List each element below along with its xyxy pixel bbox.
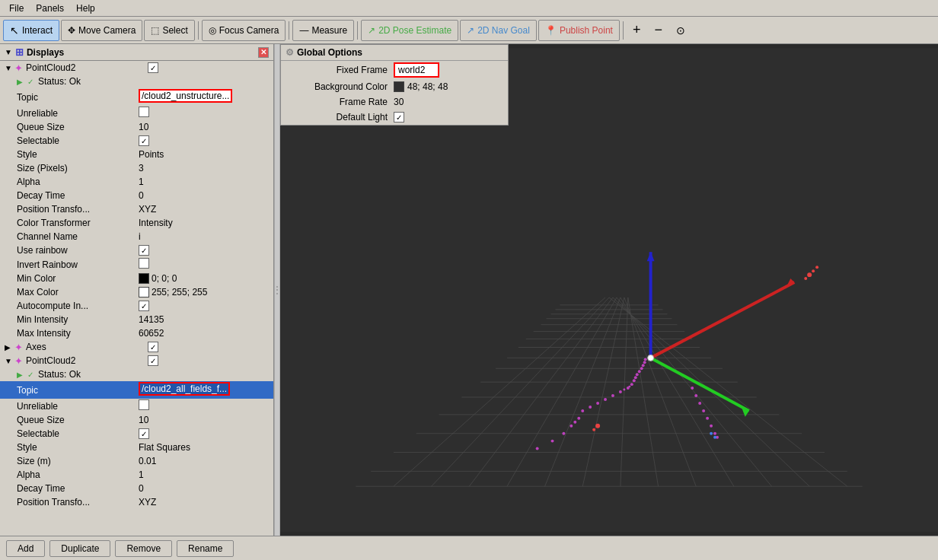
menu-file[interactable]: File xyxy=(3,2,30,15)
use-rainbow-checkbox[interactable] xyxy=(139,245,149,256)
status-arrow[interactable]: ▶ xyxy=(17,78,24,86)
add-button[interactable]: Add xyxy=(6,540,45,557)
min-color-swatch[interactable] xyxy=(139,273,149,284)
right-panel: ⚙ Global Options Fixed Frame world2 Back… xyxy=(280,44,938,536)
duplicate-button[interactable]: Duplicate xyxy=(49,540,110,557)
alpha-1-row: Alpha 1 xyxy=(0,175,273,189)
unreliable-1-label: Unreliable xyxy=(17,108,139,119)
autocompute-value xyxy=(139,301,272,312)
svg-point-55 xyxy=(644,358,647,361)
axes-checkbox[interactable] xyxy=(148,342,158,352)
panel-splitter[interactable] xyxy=(274,44,280,536)
autocompute-checkbox[interactable] xyxy=(139,301,149,311)
autocompute-row: Autocompute In... xyxy=(0,299,273,313)
sync-icon-button[interactable]: ⊙ xyxy=(670,20,691,41)
panel-close-button[interactable]: ✕ xyxy=(258,47,269,58)
queue-size-1-label: Queue Size xyxy=(17,122,139,132)
min-intensity-value: 14135 xyxy=(139,314,272,325)
alpha-2-label: Alpha xyxy=(17,469,139,480)
interact-icon: ↖ xyxy=(10,24,19,37)
pointcloud2-1-arrow[interactable]: ▼ xyxy=(5,64,12,72)
focus-camera-button[interactable]: ◎ Focus Camera xyxy=(202,20,286,41)
minus-icon-button[interactable]: − xyxy=(648,20,668,41)
size-m-value: 0.01 xyxy=(139,456,272,466)
decay-time-2-value: 0 xyxy=(139,483,272,494)
selectable-2-value xyxy=(139,428,272,440)
fixed-frame-input[interactable]: world2 xyxy=(394,62,439,78)
axes-row[interactable]: ▶ ✦ Axes xyxy=(0,340,273,354)
queue-size-1-value: 10 xyxy=(139,122,272,132)
position-transform-2-label: Position Transfo... xyxy=(17,497,139,508)
unreliable-1-checkbox[interactable] xyxy=(139,107,149,117)
pointcloud2-1-header[interactable]: ▼ ✦ PointCloud2 xyxy=(0,61,273,75)
pose-estimate-button[interactable]: ↗ 2D Pose Estimate xyxy=(361,20,458,41)
tree-view: ▼ ✦ PointCloud2 ▶ ✓ Status: Ok Topic /cl… xyxy=(0,61,273,536)
frame-rate-value: 30 xyxy=(394,97,404,107)
frame-rate-row: Frame Rate 30 xyxy=(281,94,508,110)
menubar: File Panels Help xyxy=(0,0,938,17)
default-light-checkbox[interactable] xyxy=(394,112,404,123)
selectable-1-checkbox[interactable] xyxy=(139,135,149,146)
background-color-label: Background Color xyxy=(289,81,388,92)
unreliable-2-checkbox[interactable] xyxy=(139,399,149,410)
decay-time-1-row: Decay Time 0 xyxy=(0,189,273,202)
status-ok-2-arrow[interactable]: ▶ xyxy=(17,371,24,379)
svg-point-44 xyxy=(623,389,625,391)
color-transformer-value: Intensity xyxy=(139,218,272,228)
svg-point-64 xyxy=(698,402,701,405)
remove-button[interactable]: Remove xyxy=(115,540,172,557)
separator-4 xyxy=(623,21,624,40)
panel-expand-arrow[interactable]: ▼ xyxy=(5,48,12,56)
nav-goal-label: 2D Nav Goal xyxy=(477,25,530,36)
pointcloud2-2-header[interactable]: ▼ ✦ PointCloud2 xyxy=(0,354,273,368)
pose-estimate-label: 2D Pose Estimate xyxy=(378,25,451,36)
unreliable-2-row: Unreliable xyxy=(0,399,273,413)
nav-goal-button[interactable]: ↗ 2D Nav Goal xyxy=(460,20,537,41)
invert-rainbow-checkbox[interactable] xyxy=(139,258,149,269)
topic-1-field[interactable]: /cloud2_unstructure... xyxy=(139,89,232,103)
frame-rate-label: Frame Rate xyxy=(289,97,388,107)
menu-panels[interactable]: Panels xyxy=(30,2,70,15)
size-pixels-label: Size (Pixels) xyxy=(17,163,139,173)
background-color-swatch[interactable] xyxy=(394,81,404,92)
separator-2 xyxy=(289,21,289,40)
topic-2-row[interactable]: Topic /cloud2_all_fields_f... xyxy=(0,381,273,399)
select-button[interactable]: ⬚ Select xyxy=(144,20,194,41)
svg-point-60 xyxy=(551,440,554,443)
position-transform-1-label: Position Transfo... xyxy=(17,204,139,215)
pointcloud2-2-arrow[interactable]: ▼ xyxy=(5,357,12,365)
alpha-1-label: Alpha xyxy=(17,177,139,187)
svg-point-42 xyxy=(611,394,614,397)
svg-point-61 xyxy=(536,447,539,450)
selectable-2-checkbox[interactable] xyxy=(139,428,149,439)
pointcloud2-2-checkbox[interactable] xyxy=(148,355,158,366)
min-color-value: 0; 0; 0 xyxy=(139,273,272,284)
topic-2-field[interactable]: /cloud2_all_fields_f... xyxy=(139,382,230,396)
pointcloud2-2-value xyxy=(148,355,272,367)
max-intensity-value: 60652 xyxy=(139,328,272,339)
channel-name-value: i xyxy=(139,231,272,242)
style-2-value: Flat Squares xyxy=(139,442,272,453)
move-camera-button[interactable]: ✥ Move Camera xyxy=(61,20,142,41)
max-color-label: Max Color xyxy=(17,287,139,298)
add-icon-button[interactable]: + xyxy=(627,20,647,41)
topic-2-value: /cloud2_all_fields_f... xyxy=(139,382,272,398)
topic-1-label: Topic xyxy=(17,92,139,103)
publish-point-button[interactable]: 📍 Publish Point xyxy=(538,20,620,41)
bottom-bar: Add Duplicate Remove Rename xyxy=(0,536,938,560)
status-ok-label: Status: Ok xyxy=(38,76,160,87)
topic-1-row[interactable]: Topic /cloud2_unstructure... xyxy=(0,88,273,106)
unreliable-2-label: Unreliable xyxy=(17,401,139,412)
interact-label: Interact xyxy=(22,25,53,36)
interact-button[interactable]: ↖ Interact xyxy=(3,20,59,41)
main-layout: ▼ ⊞ Displays ✕ ▼ ✦ PointCloud2 ▶ ✓ xyxy=(0,44,938,536)
axes-arrow[interactable]: ▶ xyxy=(5,343,12,352)
size-pixels-row: Size (Pixels) 3 xyxy=(0,161,273,175)
pointcloud2-1-checkbox[interactable] xyxy=(148,62,158,73)
menu-help[interactable]: Help xyxy=(70,2,101,15)
style-1-value: Points xyxy=(139,149,272,160)
svg-point-65 xyxy=(702,409,705,412)
measure-button[interactable]: — Measure xyxy=(292,20,354,41)
max-color-swatch[interactable] xyxy=(139,287,149,298)
rename-button[interactable]: Rename xyxy=(177,540,234,557)
